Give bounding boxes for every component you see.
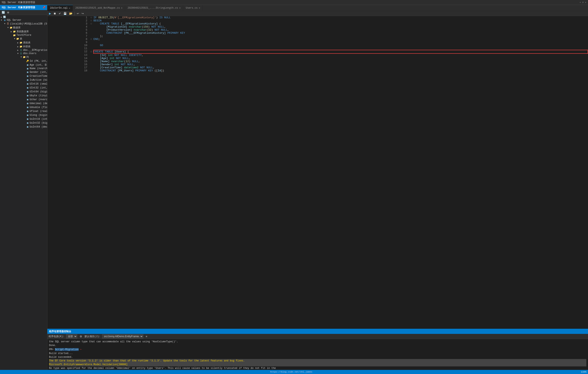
- save-button[interactable]: 💾: [63, 11, 68, 15]
- code-content[interactable]: CONSTRAINT [PK___EFMigrationsHistory] PR…: [94, 31, 588, 35]
- code-content[interactable]: [ProductVersion] nvarchar(32) NOT NULL,: [94, 28, 588, 31]
- code-content[interactable]: [Gender] int NOT NULL,: [94, 63, 588, 66]
- right-panel: l0z1vr5n.sql✕20200402135625_add_NotMappe…: [47, 5, 588, 370]
- tree-item[interactable]: ▼🗒dbo.Users: [0, 52, 47, 55]
- settings-button[interactable]: ⚙: [79, 334, 83, 338]
- tab-Users[interactable]: Users.cs✕: [183, 5, 203, 11]
- tree-item[interactable]: ▦Ubyte (tinyint, 非 Null): [0, 94, 47, 98]
- number-literal: 150: [143, 25, 148, 28]
- code-content[interactable]: BEGIN: [94, 19, 588, 22]
- tree-item[interactable]: ▦UInt32 (int, 非 Null): [0, 86, 47, 90]
- tree-item[interactable]: 🔑Id (PK, int, 非 Null): [0, 59, 47, 63]
- title-bar-text: SQL Server 对象资源管理器: [2, 1, 35, 4]
- code-row: 17 [CreationTime] datetime2 NOT NULL,: [47, 66, 588, 69]
- collapse-icon[interactable]: □: [91, 50, 94, 53]
- tab-close-icon[interactable]: ✕: [199, 7, 200, 9]
- tree-item[interactable]: ▦Uchar (nvarchar(1), 非 Null): [0, 98, 47, 101]
- tree-item[interactable]: ▦CreationTime (datetime, 非 Null): [0, 74, 47, 78]
- add-connection-button[interactable]: ⊕: [6, 10, 10, 14]
- run-button[interactable]: ▶: [48, 11, 52, 15]
- tree-item[interactable]: ▼📁列: [0, 55, 47, 59]
- collapse-icon[interactable]: □: [91, 16, 94, 19]
- code-content[interactable]: END;: [94, 38, 588, 41]
- keyword: NOT NULL: [151, 25, 164, 28]
- tree-item[interactable]: ▦IsActive (bit, 非 Null): [0, 78, 47, 82]
- code-content[interactable]: CREATE TABLE [__EFMigrationsHistory] (: [94, 22, 588, 25]
- code-content[interactable]: [94, 47, 588, 50]
- tree-item[interactable]: ▦Udouble (float, 非 Null): [0, 105, 47, 109]
- panel-pin-icon[interactable]: 📌: [42, 6, 45, 9]
- collapse-icon: [91, 63, 94, 66]
- keyword: PRIMARY KEY: [167, 31, 185, 35]
- console-line: the SQL server column type that can acco…: [49, 340, 586, 344]
- collapse-icon[interactable]: □: [91, 38, 94, 41]
- open-button[interactable]: 📂: [68, 11, 73, 15]
- code-content[interactable]: IF OBJECT_ID(N'[__EFMigrationsHistory]')…: [94, 16, 588, 19]
- tree-item[interactable]: ▶📁系统数据库: [0, 30, 47, 33]
- identifier: [Users]: [115, 50, 126, 53]
- code-content[interactable]: [MigrationId] nvarchar(150) NOT NULL,: [94, 25, 588, 28]
- tab-20200402135021[interactable]: 20200402135021_....StringLength.cs✕: [125, 5, 183, 11]
- tree-item[interactable]: ▼🗄(localdb)\MSSQLLocalDB (SQL Server 13.…: [0, 22, 47, 26]
- tree-item[interactable]: ▦UuInt16 (int, 非 Null): [0, 117, 47, 121]
- check-button[interactable]: ✔: [58, 11, 62, 15]
- redo-button[interactable]: ↪: [81, 11, 85, 15]
- tree-container[interactable]: ▶🔄▼🖥SQL Server▼🗄(localdb)\MSSQLLocalDB (…: [0, 15, 47, 370]
- tree-item[interactable]: ▦Ufloat (real, 非 Null): [0, 109, 47, 113]
- bottom-panel-title: 程序包管理器控制台: [47, 329, 588, 334]
- keyword: CREATE: [100, 22, 110, 25]
- collapse-icon[interactable]: □: [91, 22, 94, 25]
- line-number: 14: [47, 57, 91, 60]
- tab-close-icon[interactable]: ✕: [121, 7, 123, 9]
- tree-item[interactable]: 📁TestEfCore: [0, 33, 47, 37]
- code-content[interactable]: [Age] int NOT NULL,: [94, 57, 588, 60]
- code-row: 14 [Age] int NOT NULL,: [47, 57, 588, 60]
- tree-item[interactable]: ▶🗒dbo.__EFMigrationsHistory: [0, 49, 47, 52]
- code-content[interactable]: [94, 41, 588, 44]
- tree-item[interactable]: ▦Gender (int, 非 Null): [0, 70, 47, 74]
- tab-l0z1vr5n[interactable]: l0z1vr5n.sql✕: [47, 5, 73, 11]
- code-content[interactable]: );: [94, 35, 588, 38]
- tree-item[interactable]: ▦UInt16 (smallint, 非 Null): [0, 82, 47, 86]
- status-zoom: 133%: [581, 371, 586, 373]
- tree-item[interactable]: ▶📁系统表: [0, 41, 47, 45]
- refresh-button[interactable]: 🔄: [1, 10, 6, 14]
- code-content[interactable]: GO: [94, 44, 588, 47]
- tree-item[interactable]: ▦Age (int, 非 Null): [0, 63, 47, 67]
- tree-item[interactable]: ▼📁表: [0, 37, 47, 41]
- tree-item[interactable]: ▦Ulong (bigint, 非 Null): [0, 113, 47, 117]
- tree-item[interactable]: ▶🔄: [0, 15, 47, 19]
- code-content[interactable]: [Id] int NOT NULL IDENTITY,: [94, 53, 588, 57]
- code-content[interactable]: [CreationTime] datetime2 NOT NULL,: [94, 66, 588, 69]
- tree-item[interactable]: ▶📁外部表: [0, 45, 47, 49]
- keyword: NOT NULL IDENTITY: [115, 54, 142, 57]
- tree-item[interactable]: ▦UInt64 (bigint, 非 Null): [0, 90, 47, 94]
- code-content[interactable]: CREATE TABLE [Users] (: [94, 50, 588, 53]
- code-content[interactable]: CONSTRAINT [PK_Users] PRIMARY KEY ([Id]): [94, 69, 588, 72]
- stop-button[interactable]: ⏹: [53, 11, 57, 15]
- tab-20200402135625[interactable]: 20200402135625_add_NotMappe.cs✕: [73, 5, 125, 11]
- collapse-icon[interactable]: □: [91, 19, 94, 22]
- code-editor[interactable]: 1□IF OBJECT_ID(N'[__EFMigrationsHistory]…: [47, 16, 588, 329]
- undo-button[interactable]: ↩: [76, 11, 80, 15]
- source-select[interactable]: 全部: [66, 334, 77, 338]
- tree-item[interactable]: ▼📁数据库: [0, 26, 47, 30]
- tree-node-icon: ▦: [26, 90, 29, 93]
- tree-item[interactable]: ▦UuInt64 (decimal(20), 非 Null): [0, 125, 47, 129]
- tab-label: 20200402135625_add_NotMappe.cs: [75, 7, 120, 10]
- align-button[interactable]: ≡: [145, 334, 148, 338]
- identifier: [Id]: [100, 54, 106, 57]
- tree-node-icon: ▦: [26, 106, 29, 109]
- tree-item[interactable]: ▼🖥SQL Server: [0, 19, 47, 22]
- plain-text: ): [148, 25, 151, 28]
- project-select[interactable]: src/Jonny.AllDemo.EntityFrameworkCore: [102, 334, 143, 338]
- tree-item[interactable]: ▦Udecimal (decimal(18, 2), 非 Null): [0, 101, 47, 105]
- tab-close-icon[interactable]: ✕: [69, 7, 70, 10]
- code-content[interactable]: [Name] nvarchar(12) NULL,: [94, 60, 588, 63]
- collapse-icon: [91, 47, 94, 50]
- plain-text: ): [151, 28, 155, 31]
- tab-close-icon[interactable]: ✕: [179, 7, 181, 9]
- tree-item[interactable]: ▦UuInt32 (bigint, 非 Null): [0, 121, 47, 125]
- tree-item[interactable]: ▦Name (nvarchar(12), Null): [0, 67, 47, 70]
- left-panel: SQL Server 对象资源管理器 📌 🔄 ⊕ ▶🔄▼🖥SQL Server▼…: [0, 5, 47, 370]
